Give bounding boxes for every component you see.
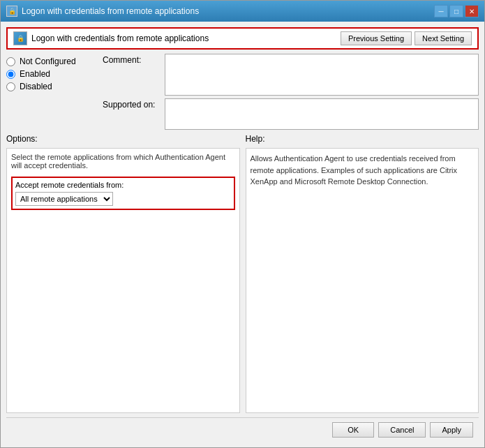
content-area: 🔒 Logon with credentials from remote app… [1,22,484,447]
enabled-radio[interactable] [6,70,15,79]
config-section: Not Configured Enabled Disabled Comment: [6,54,479,130]
enabled-label: Enabled [20,69,50,79]
credentials-select[interactable]: All remote applications Selected remote … [15,192,113,206]
apply-button[interactable]: Apply [430,422,473,438]
title-bar-left: 🔒 Logon with credentials from remote app… [6,6,199,17]
not-configured-label: Not Configured [20,57,76,66]
help-panel: Allows Authentication Agent to use crede… [246,148,479,413]
previous-setting-button[interactable]: Previous Setting [341,31,412,45]
section-labels: Options: Help: [6,134,479,144]
options-label-container: Options: [6,134,240,144]
supported-textarea[interactable] [165,98,479,130]
ok-button[interactable]: OK [332,422,374,438]
title-buttons: ─ □ ✕ [434,5,479,17]
title-bar: 🔒 Logon with credentials from remote app… [1,1,484,22]
options-help-section: Select the remote applications from whic… [6,148,479,413]
comment-label: Comment: [103,54,162,65]
supported-field-group: Supported on: [103,98,479,130]
options-description: Select the remote applications from whic… [11,153,235,170]
maximize-button[interactable]: □ [449,5,463,17]
window-title: Logon with credentials from remote appli… [22,6,199,16]
header-section: 🔒 Logon with credentials from remote app… [6,27,479,50]
next-setting-button[interactable]: Next Setting [415,31,472,45]
comment-field-group: Comment: [103,54,479,96]
disabled-radio[interactable] [6,82,15,91]
main-window: 🔒 Logon with credentials from remote app… [0,0,485,448]
credentials-label: Accept remote credentials from: [15,181,231,189]
window-icon: 🔒 [6,6,17,17]
comment-textarea[interactable] [165,54,479,96]
enabled-option[interactable]: Enabled [6,69,97,79]
header-title-text: Logon with credentials from remote appli… [31,33,209,43]
options-label: Options: [6,134,38,144]
help-label: Help: [246,134,265,144]
footer-section: OK Cancel Apply [6,417,479,442]
credentials-box: Accept remote credentials from: All remo… [11,177,235,210]
header-buttons: Previous Setting Next Setting [341,31,472,45]
disabled-option[interactable]: Disabled [6,82,97,91]
close-button[interactable]: ✕ [465,5,479,17]
options-panel: Select the remote applications from whic… [6,148,240,413]
text-areas-section: Comment: Supported on: [103,54,479,130]
policy-icon: 🔒 [13,31,27,45]
header-title: 🔒 Logon with credentials from remote app… [13,31,209,45]
supported-label: Supported on: [103,98,162,110]
not-configured-radio[interactable] [6,57,15,66]
radio-group: Not Configured Enabled Disabled [6,54,97,130]
minimize-button[interactable]: ─ [434,5,448,17]
not-configured-option[interactable]: Not Configured [6,57,97,66]
help-label-container: Help: [246,134,479,144]
help-text: Allows Authentication Agent to use crede… [251,153,475,188]
cancel-button[interactable]: Cancel [378,422,426,438]
disabled-label: Disabled [20,82,52,91]
